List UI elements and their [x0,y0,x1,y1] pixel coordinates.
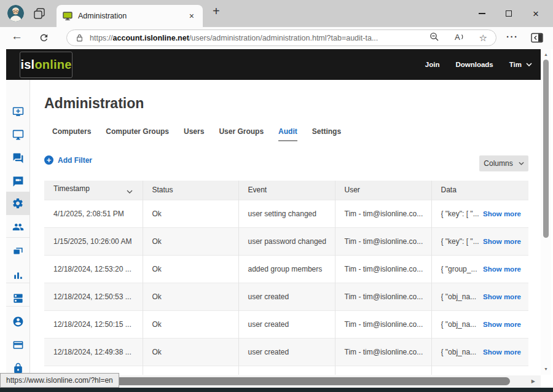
credit-card-icon[interactable] [6,333,29,356]
plus-icon: + [44,155,53,165]
table-row: 12/18/2024, 12:49:38 ... Ok user created… [44,338,528,366]
window-controls: × [468,0,549,27]
status-cell: Ok [143,310,238,338]
tab-close-icon[interactable]: × [187,11,197,21]
lock-icon[interactable] [76,34,84,42]
header-event[interactable]: Event [238,181,335,200]
tab-users[interactable]: Users [184,127,204,141]
event-cell: user created [238,338,335,366]
show-more-link[interactable]: Show more [483,265,524,273]
status-cell: Ok [143,255,238,283]
event-cell: user password changed [238,227,335,255]
address-bar-icons: A ☆ [429,32,487,44]
nav-join-link[interactable]: Join [425,61,440,68]
sort-chevron-icon[interactable] [127,187,133,195]
data-cell: { "obj_na...Show more [431,283,528,310]
add-filter-button[interactable]: + Add Filter [44,155,92,165]
timestamp-cell: 1/15/2025, 10:26:00 AM [44,227,143,255]
event-cell: user created [238,310,335,338]
favorites-star-icon[interactable]: ☆ [479,33,487,42]
sidebar-separator [6,306,29,307]
window-bottom-edge [0,388,553,392]
window-minimize-button[interactable] [468,4,495,23]
video-chat-icon[interactable] [6,170,29,193]
settings-gear-icon[interactable] [6,192,29,215]
data-cell: { "group_...Show more [431,255,528,283]
tab-computers[interactable]: Computers [52,127,91,141]
header-data[interactable]: Data [431,181,528,200]
table-row: 1/15/2025, 10:26:00 AM Ok user password … [44,227,528,255]
user-menu[interactable]: Tim [509,61,532,68]
timestamp-cell: 12/18/2024, 12:50:53 ... [44,283,143,310]
browser-tab-strip: Administration × + × [0,0,553,27]
table-row: 12/18/2024, 12:50:15 ... Ok user created… [44,310,528,338]
window-close-button[interactable]: × [522,4,549,23]
show-more-link[interactable]: Show more [483,293,524,300]
tab-settings[interactable]: Settings [312,127,341,141]
header-status[interactable]: Status [143,181,238,200]
refresh-button[interactable] [39,33,49,45]
monitor-icon[interactable] [6,123,29,146]
admin-tabs: Computers Computer Groups Users User Gro… [52,127,341,141]
timestamp-cell: 12/18/2024, 12:50:15 ... [44,310,143,338]
read-aloud-icon[interactable]: A [454,32,465,44]
user-cell: Tim - tim@islonline.co... [335,283,431,310]
status-cell: Ok [143,366,238,375]
nav-downloads-link[interactable]: Downloads [455,61,493,68]
status-cell: Ok [143,227,238,255]
tab-audit[interactable]: Audit [278,127,297,141]
address-bar[interactable]: https://account.islonline.net/users/admi… [66,29,496,46]
vertical-scrollbar[interactable]: ▲ ▼ [541,49,551,375]
header-timestamp[interactable]: Timestamp [44,181,143,200]
table-row: 4/1/2025, 2:08:51 PM Ok user setting cha… [44,200,528,227]
islonline-logo[interactable]: islonline [20,52,73,78]
user-cell: Tim - tim@islonline.co... [335,227,431,255]
timestamp-cell: 12/18/2024, 12:49:38 ... [44,338,143,366]
layered-screens-icon[interactable] [6,240,29,263]
header-user[interactable]: User [335,181,431,200]
browser-menu-icon[interactable]: ··· [506,31,519,42]
timestamp-cell: 12/18/2024, 12:53:20 ... [44,255,143,283]
user-cell: Tim - tim@islonline.co... [335,366,431,375]
url-text: https://account.islonline.net/users/admi… [90,34,423,42]
data-cell: { "obj_na...Show more [431,338,528,366]
sidebar-separator [6,237,29,238]
scroll-up-arrow-icon[interactable]: ▲ [541,52,551,57]
browser-tab[interactable]: Administration × [57,5,203,27]
user-cell: Tim - tim@islonline.co... [335,200,431,227]
window-maximize-button[interactable] [495,4,522,23]
zoom-out-icon[interactable] [429,32,439,44]
tab-user-groups[interactable]: User Groups [219,127,264,141]
vertical-scrollbar-thumb[interactable] [543,60,549,238]
show-more-link[interactable]: Show more [483,238,524,245]
scroll-down-arrow-icon[interactable]: ▼ [541,367,551,371]
tab-title: Administration [78,12,187,20]
timestamp-cell: 4/1/2025, 2:08:51 PM [44,200,143,227]
show-more-link[interactable]: Show more [483,321,524,328]
browser-toolbar: ← https://account.islonline.net/users/ad… [0,27,553,49]
show-more-link[interactable]: Show more [483,348,524,356]
status-cell: Ok [143,200,238,227]
scroll-right-arrow-icon[interactable]: ▶ [531,378,535,384]
monitor-add-icon[interactable] [6,100,29,123]
event-cell: user created [238,366,335,375]
event-cell: user setting changed [238,200,335,227]
browser-profile-avatar[interactable] [7,5,24,22]
data-cell: { "obj_na...Show more [431,366,528,375]
tab-computer-groups[interactable]: Computer Groups [106,127,169,141]
tab-favicon-monitor-icon [63,12,73,21]
browser-sidebar-toggle-icon[interactable] [531,33,543,45]
sidebar-separator [6,283,29,283]
columns-button[interactable]: Columns [479,155,528,171]
account-circle-icon[interactable] [6,310,29,333]
chat-icon[interactable] [6,146,29,170]
back-button[interactable]: ← [11,29,23,43]
app-sidebar [6,80,30,375]
status-cell: Ok [143,338,238,366]
people-icon[interactable] [6,215,29,238]
new-tab-button[interactable]: + [213,4,220,18]
chevron-down-icon [519,162,524,165]
user-cell: Tim - tim@islonline.co... [335,310,431,338]
tab-workspaces-icon[interactable] [33,7,45,20]
show-more-link[interactable]: Show more [483,210,524,218]
